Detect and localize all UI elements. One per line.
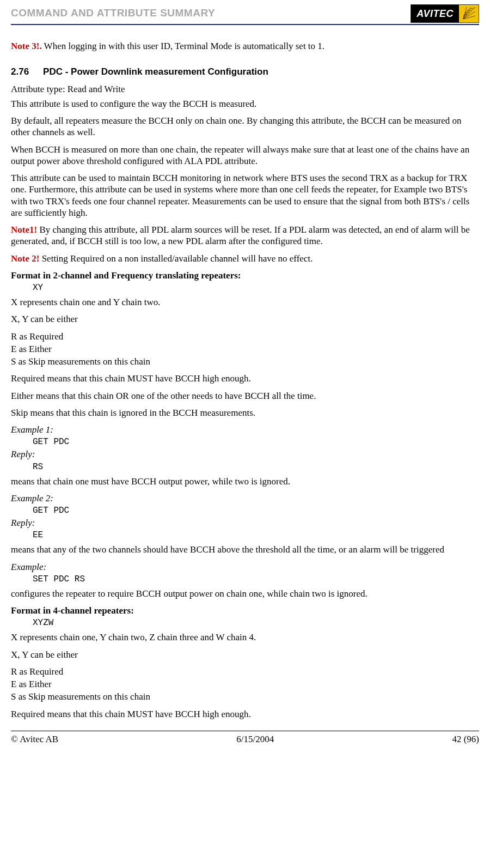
- format-2ch-desc: X represents chain one and Y chain two.: [11, 296, 479, 308]
- note-3-text: When logging in with this user ID, Termi…: [42, 41, 324, 51]
- example-2-command: GET PDC: [33, 505, 479, 516]
- paragraph-2: By default, all repeaters measure the BC…: [11, 115, 479, 138]
- paragraph-1: This attribute is used to configure the …: [11, 98, 479, 110]
- note-1: Note1! By changing this attribute, all P…: [11, 224, 479, 247]
- page-header: COMMAND AND ATTRIBUTE SUMMARY AVITEC: [11, 0, 479, 23]
- example-3-label: Example:: [11, 561, 479, 573]
- r-line: R as Required: [11, 331, 479, 342]
- note-3: Note 3!. When logging in with this user …: [11, 40, 479, 52]
- e-line: E as Either: [11, 343, 479, 355]
- r-line-2: R as Required: [11, 666, 479, 677]
- example-3-command: SET PDC RS: [33, 574, 479, 585]
- format-2ch-heading: Format in 2-channel and Frequency transl…: [11, 270, 479, 281]
- note-2-text: Setting Required on a non installed/avai…: [39, 253, 313, 264]
- logo-text: AVITEC: [411, 5, 459, 22]
- skip-def: Skip means that this chain is ignored in…: [11, 407, 479, 418]
- note-2-label: Note 2!: [11, 253, 39, 264]
- either-def: Either means that this chain OR one of t…: [11, 390, 479, 402]
- attribute-type: Attribute type: Read and Write: [11, 83, 479, 95]
- section-heading: 2.76PDC - Power Downlink measurement Con…: [11, 66, 479, 77]
- example-2-label: Example 2:: [11, 493, 479, 504]
- note-1-text: By changing this attribute, all PDL alar…: [11, 224, 470, 246]
- example-2-reply-label: Reply:: [11, 517, 479, 529]
- example-1-meaning: means that chain one must have BCCH outp…: [11, 476, 479, 487]
- footer-divider: [11, 731, 479, 731]
- note-3-label: Note 3!.: [11, 41, 42, 51]
- s-line-2: S as Skip measurements on this chain: [11, 691, 479, 702]
- paragraph-4: This attribute can be used to maintain B…: [11, 172, 479, 218]
- page-footer: © Avitec AB 6/15/2004 42 (96): [11, 733, 479, 745]
- example-2-meaning: means that any of the two channels shoul…: [11, 544, 479, 555]
- e-line-2: E as Either: [11, 678, 479, 690]
- note-2: Note 2! Setting Required on a non instal…: [11, 253, 479, 264]
- example-3-meaning: configures the repeater to require BCCH …: [11, 588, 479, 599]
- xy-either: X, Y can be either: [11, 313, 479, 325]
- footer-page: 42 (96): [452, 733, 479, 745]
- xy-either-2: X, Y can be either: [11, 649, 479, 660]
- paragraph-3: When BCCH is measured on more than one c…: [11, 144, 479, 167]
- note-1-label: Note1!: [11, 224, 37, 235]
- section-title: PDC - Power Downlink measurement Configu…: [43, 66, 268, 77]
- section-number: 2.76: [11, 66, 29, 77]
- required-def-2: Required means that this chain MUST have…: [11, 708, 479, 720]
- example-1-label: Example 1:: [11, 424, 479, 435]
- format-2ch-code: XY: [33, 282, 479, 293]
- header-divider: [11, 24, 479, 25]
- footer-date: 6/15/2004: [236, 733, 274, 745]
- format-4ch-desc: X represents chain one, Y chain two, Z c…: [11, 632, 479, 643]
- logo-sun-icon: [459, 5, 479, 22]
- format-4ch-code: XYZW: [33, 617, 479, 628]
- header-title: COMMAND AND ATTRIBUTE SUMMARY: [11, 4, 215, 20]
- example-1-command: GET PDC: [33, 436, 479, 447]
- example-1-reply-label: Reply:: [11, 448, 479, 460]
- logo: AVITEC: [411, 4, 479, 23]
- required-def: Required means that this chain MUST have…: [11, 373, 479, 384]
- footer-copyright: © Avitec AB: [11, 733, 58, 745]
- s-line: S as Skip measurements on this chain: [11, 356, 479, 367]
- format-4ch-heading: Format in 4-channel repeaters:: [11, 605, 479, 616]
- example-2-reply: EE: [33, 530, 479, 541]
- example-1-reply: RS: [33, 462, 479, 472]
